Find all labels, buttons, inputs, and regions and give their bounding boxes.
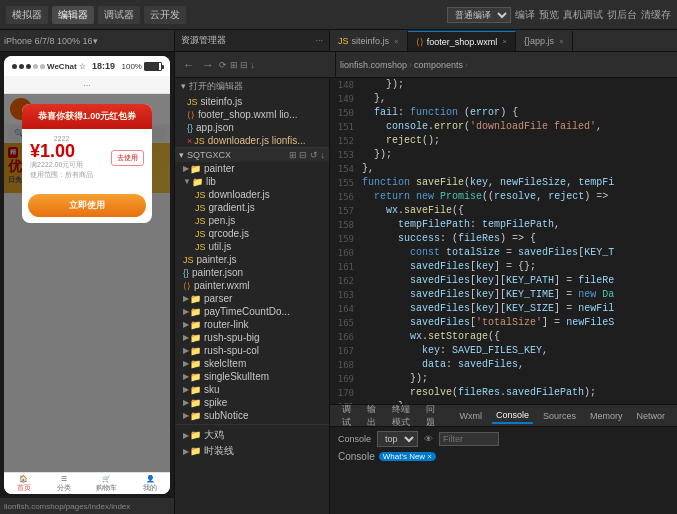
open-file-footer[interactable]: ⟨⟩ footer_shop.wxml lio... xyxy=(175,108,329,121)
folder-sku[interactable]: ▶ 📁 sku xyxy=(175,383,329,396)
code-line: reject(); xyxy=(362,134,673,148)
re-body: 2222 ¥1.00 满2222.00元可用 使用范围：所有商品 去使用 xyxy=(22,129,152,190)
re-use-button[interactable]: 去使用 xyxy=(111,150,144,166)
folder-icon: 📁 xyxy=(190,385,201,395)
tree-icons: ⟳ ⊞ ⊟ ↓ xyxy=(219,60,255,70)
real-debug-btn[interactable]: 真机调试 xyxy=(563,8,603,22)
code-editor-panel: 148149150151152 153154155156157 15815916… xyxy=(330,78,677,514)
bottom-content: Console top 👁 Console What's New × xyxy=(330,427,677,514)
tab-close-icon[interactable]: × xyxy=(394,37,399,46)
folder-rush-big[interactable]: ▶ 📁 rush-spu-big xyxy=(175,331,329,344)
bottom-nav-cart[interactable]: 🛒购物车 xyxy=(96,475,117,493)
red-envelope-overlay[interactable]: 恭喜你获得1.00元红包券 2222 ¥1.00 满2222.00元可用 xyxy=(4,94,170,472)
file-util[interactable]: JS util.js xyxy=(175,240,329,253)
re-note: 满2222.00元可用 xyxy=(30,160,93,170)
folder-paytime[interactable]: ▶ 📁 payTimeCountDo... xyxy=(175,305,329,318)
folder-router[interactable]: ▶ 📁 router-link xyxy=(175,318,329,331)
top-select[interactable]: top xyxy=(377,431,418,447)
folder-icon: 📁 xyxy=(190,359,201,369)
js-icon: JS xyxy=(187,97,198,107)
tree-divider xyxy=(175,424,329,425)
folder-single-skul[interactable]: ▶ 📁 singleSkulItem xyxy=(175,370,329,383)
code-content[interactable]: }); }, fail: function (error) { console.… xyxy=(358,78,677,404)
editor-tabs-container: JS siteinfo.js × ⟨⟩ footer_shop.wxml × {… xyxy=(330,30,573,51)
folder-shizhuang[interactable]: ▶ 📁 时装线 xyxy=(175,443,329,459)
bottom-nav-home[interactable]: 🏠首页 xyxy=(17,475,31,493)
expand-icon: ▶ xyxy=(183,385,189,394)
folder-icon: 📁 xyxy=(190,294,201,304)
bottom-nav-profile[interactable]: 👤我的 xyxy=(143,475,157,493)
code-line: const totalSize = savedFiles[KEY_T xyxy=(362,246,673,260)
tab-problems[interactable]: 问题 xyxy=(422,401,439,431)
back-btn[interactable]: ← xyxy=(181,58,197,72)
resource-manager-icon[interactable]: ··· xyxy=(315,35,323,45)
breadcrumb-item: lionfish.comshop xyxy=(340,60,407,70)
file-painter-js[interactable]: JS painter.js xyxy=(175,253,329,266)
expand-icon: ▶ xyxy=(183,307,189,316)
file-pen[interactable]: JS pen.js xyxy=(175,214,329,227)
tab-sources[interactable]: Sources xyxy=(539,409,580,423)
open-file-siteinfo[interactable]: JS siteinfo.js xyxy=(175,95,329,108)
tab-footer-shop[interactable]: ⟨⟩ footer_shop.wxml × xyxy=(408,31,516,51)
tab-network[interactable]: Networ xyxy=(632,409,669,423)
tab-memory[interactable]: Memory xyxy=(586,409,627,423)
tab-siteinfo[interactable]: JS siteinfo.js × xyxy=(330,31,408,51)
folder-spike[interactable]: ▶ 📁 spike xyxy=(175,396,329,409)
tab-app[interactable]: {}app.js × xyxy=(516,31,573,51)
bottom-panel: 调试 输出 终端模式 问题 Wxml Console Sources Memor… xyxy=(330,404,677,514)
tab-terminal[interactable]: 终端模式 xyxy=(388,401,414,431)
folder-parser[interactable]: ▶ 📁 parser xyxy=(175,292,329,305)
code-line: savedFiles[key][KEY_TIME] = new Da xyxy=(362,288,673,302)
file-downloader[interactable]: JS downloader.js xyxy=(175,188,329,201)
file-painter-json[interactable]: {} painter.json xyxy=(175,266,329,279)
re-cta-button[interactable]: 立即使用 xyxy=(28,194,146,217)
bottom-nav-category[interactable]: ☰分类 xyxy=(57,475,71,493)
status-left: WeChat ☆ xyxy=(12,62,86,71)
debugger-btn[interactable]: 调试器 xyxy=(98,6,140,24)
console-toolbar: Console top 👁 xyxy=(338,431,669,447)
open-file-downloader[interactable]: × JS downloader.js lionfis... xyxy=(175,134,329,147)
open-file-app-json[interactable]: {} app.json xyxy=(175,121,329,134)
background-btn[interactable]: 切后台 xyxy=(607,8,637,22)
folder-icon: 📁 xyxy=(190,307,201,317)
cloud-btn[interactable]: 云开发 xyxy=(144,6,186,24)
folder-subnotice[interactable]: ▶ 📁 subNotice xyxy=(175,409,329,422)
tab-debug[interactable]: 调试 xyxy=(338,401,355,431)
json-icon: {} xyxy=(187,123,193,133)
folder-lib[interactable]: ▼ 📁 lib xyxy=(175,175,329,188)
folder-daji[interactable]: ▶ 📁 大鸡 xyxy=(175,427,329,443)
re-value: ¥1.00 xyxy=(30,142,75,160)
filter-input[interactable] xyxy=(439,432,499,446)
forward-btn[interactable]: → xyxy=(200,58,216,72)
code-line: savedFiles['totalSize'] = newFileS xyxy=(362,316,673,330)
code-line: savedFiles[key] = {}; xyxy=(362,260,673,274)
filetree-header: 资源管理器 ··· xyxy=(175,30,330,51)
simulator-btn[interactable]: 模拟器 xyxy=(6,6,48,24)
clear-cache-btn[interactable]: 清缓存 xyxy=(641,8,671,22)
breadcrumb-item: components xyxy=(414,60,463,70)
tab-output[interactable]: 输出 xyxy=(363,401,380,431)
eye-icon: 👁 xyxy=(424,434,433,444)
tab-close-icon[interactable]: × xyxy=(502,37,507,46)
breadcrumb-sep2: › xyxy=(465,60,468,70)
tab-wxml[interactable]: Wxml xyxy=(455,409,486,423)
file-qrcode[interactable]: JS qrcode.js xyxy=(175,227,329,240)
open-editors-title[interactable]: ▾ 打开的编辑器 xyxy=(175,78,329,95)
file-gradient[interactable]: JS gradient.js xyxy=(175,201,329,214)
project-title[interactable]: ▾ SQTGXCX ⊞ ⊟ ↺ ↓ xyxy=(175,148,329,162)
wechat-label: WeChat xyxy=(47,62,77,71)
folder-painter[interactable]: ▶ 📁 painter xyxy=(175,162,329,175)
close-icon: × xyxy=(187,136,192,146)
tab-console[interactable]: Console xyxy=(492,408,533,424)
compile-select[interactable]: 普通编译 xyxy=(447,7,511,23)
folder-skelc[interactable]: ▶ 📁 skelcItem xyxy=(175,357,329,370)
editor-btn[interactable]: 编辑器 xyxy=(52,6,94,24)
phone-nav[interactable]: ··· xyxy=(4,76,170,94)
whats-new-badge[interactable]: What's New × xyxy=(379,452,436,461)
tab-close-icon[interactable]: × xyxy=(559,37,564,46)
toolbar-right: 编译 预览 真机调试 切后台 清缓存 xyxy=(515,8,671,22)
compile-btn[interactable]: 编译 xyxy=(515,8,535,22)
file-painter-wxml[interactable]: ⟨⟩ painter.wxml xyxy=(175,279,329,292)
preview-btn[interactable]: 预览 xyxy=(539,8,559,22)
folder-rush-col[interactable]: ▶ 📁 rush-spu-col xyxy=(175,344,329,357)
